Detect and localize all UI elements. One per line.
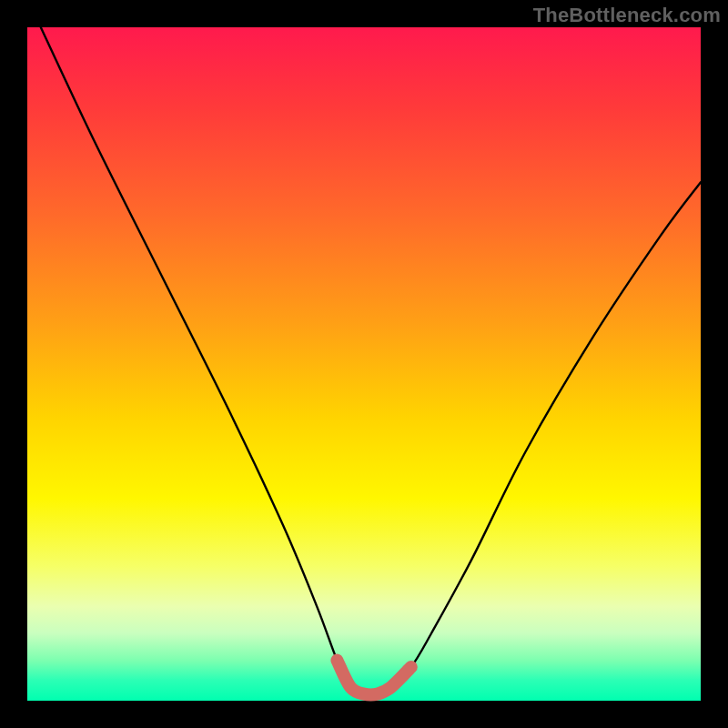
chart-frame: TheBottleneck.com bbox=[0, 0, 728, 728]
chart-plot-area bbox=[27, 27, 701, 701]
optimal-zone-line bbox=[337, 661, 410, 695]
watermark-text: TheBottleneck.com bbox=[533, 4, 721, 27]
chart-svg bbox=[27, 27, 701, 701]
bottleneck-curve-line bbox=[41, 27, 701, 695]
